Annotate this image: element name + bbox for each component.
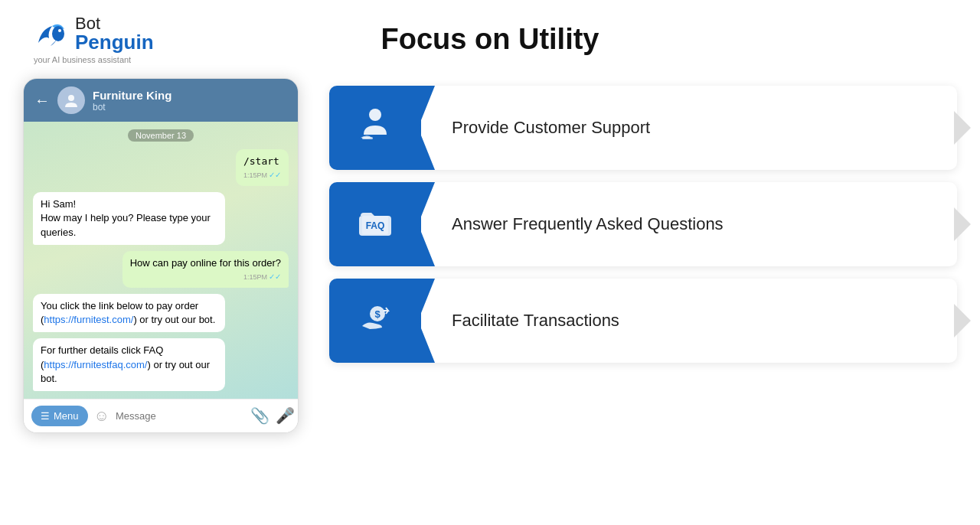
message-time: 1:15PM [243, 171, 267, 181]
svg-point-0 [52, 26, 64, 41]
message-time: 1:15PM [243, 272, 267, 282]
contact-name: Furniture King [93, 89, 172, 102]
feature-icon-block-support [329, 86, 421, 170]
message-text: How can pay online for this order? [130, 257, 281, 269]
feature-icon-block-faq: FAQ [329, 182, 421, 266]
menu-button[interactable]: ☰ Menu [31, 406, 88, 426]
message-text: Hi Sam!How may I help you? Please type y… [41, 198, 211, 237]
message-meta: 1:15PM ✓✓ [130, 272, 281, 282]
message-row: You click the link below to pay order (h… [33, 294, 289, 332]
check-icon: ✓✓ [269, 272, 281, 282]
message-bubble: /start 1:15PM ✓✓ [236, 149, 289, 186]
logo-bot-text: Bot [75, 15, 154, 32]
attach-icon[interactable]: 📎 [250, 406, 270, 425]
logo-bird-icon [31, 14, 70, 54]
support-icon [354, 104, 396, 152]
logo: Bot Penguin [31, 14, 154, 54]
faq-link[interactable]: https://furnitestfaq.com/ [44, 359, 147, 370]
chat-header: ← Furniture King bot [24, 79, 298, 122]
avatar [57, 86, 85, 114]
menu-label: Menu [54, 410, 79, 422]
svg-point-3 [369, 109, 381, 121]
message-bubble: You click the link below to pay order (h… [33, 294, 225, 332]
message-row: /start 1:15PM ✓✓ [33, 149, 289, 186]
message-text: You click the link below to pay order (h… [41, 300, 215, 325]
feature-card-support: Provide Customer Support [329, 86, 957, 170]
svg-text:$: $ [374, 308, 381, 320]
feature-label-transactions: Facilitate Transactions [421, 311, 957, 331]
message-bubble: How can pay online for this order? 1:15P… [122, 251, 289, 288]
svg-rect-4 [362, 137, 373, 139]
message-text: /start [243, 155, 279, 167]
logo-text: Bot Penguin [75, 15, 154, 52]
emoji-icon[interactable]: ☺ [94, 407, 109, 425]
chat-area: November 13 /start 1:15PM ✓✓ Hi Sam!How … [24, 122, 298, 399]
mic-icon[interactable]: 🎤 [276, 406, 295, 425]
message-meta: 1:15PM ✓✓ [243, 170, 281, 181]
page-title: Focus on Utility [381, 23, 599, 56]
feature-label-support: Provide Customer Support [421, 118, 957, 138]
feature-label-faq: Answer Frequently Asked Questions [421, 214, 957, 234]
back-icon[interactable]: ← [34, 92, 50, 109]
message-text: For further details click FAQ (https://f… [41, 344, 210, 383]
logo-penguin-text: Penguin [75, 32, 154, 52]
svg-point-2 [68, 95, 74, 101]
message-bubble: For further details click FAQ (https://f… [33, 338, 225, 391]
svg-point-1 [58, 29, 61, 32]
pay-link[interactable]: https://furnitest.com/ [44, 314, 133, 325]
feature-card-faq: FAQ Answer Frequently Asked Questions [329, 182, 957, 266]
check-icon: ✓✓ [269, 170, 281, 181]
feature-icon-block-transactions: $ [329, 279, 421, 363]
features-panel: Provide Customer Support FAQ Answer Freq… [329, 78, 957, 363]
message-row: For further details click FAQ (https://f… [33, 338, 289, 391]
phone-mockup: ← Furniture King bot November 13 /start [23, 78, 299, 433]
message-row: Hi Sam!How may I help you? Please type y… [33, 192, 289, 245]
date-badge: November 13 [128, 129, 194, 142]
message-row: How can pay online for this order? 1:15P… [33, 251, 289, 288]
logo-tagline: your AI business assistant [34, 55, 131, 64]
main-content: ← Furniture King bot November 13 /start [0, 70, 980, 525]
message-input[interactable] [116, 410, 244, 422]
hamburger-icon: ☰ [41, 410, 50, 422]
transaction-icon: $ [354, 297, 396, 345]
contact-status: bot [93, 102, 172, 112]
feature-card-transactions: $ Facilitate Transactions [329, 279, 957, 363]
faq-icon: FAQ [354, 201, 396, 249]
message-bubble: Hi Sam!How may I help you? Please type y… [33, 192, 225, 245]
contact-info: Furniture King bot [93, 89, 172, 112]
svg-text:FAQ: FAQ [366, 220, 385, 231]
logo-area: Bot Penguin your AI business assistant [31, 14, 154, 64]
input-bar: ☰ Menu ☺ 📎 🎤 [24, 399, 298, 432]
page-header: Bot Penguin your AI business assistant F… [0, 0, 980, 70]
